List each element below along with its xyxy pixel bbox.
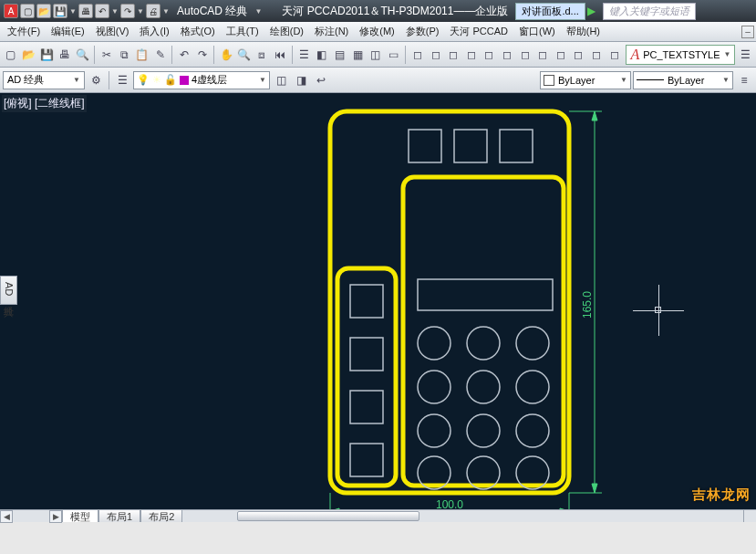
quickcalc-icon[interactable]: ▭ [386, 46, 402, 64]
new-icon[interactable]: ▢ [3, 46, 19, 64]
tab-layout1[interactable]: 布局1 [98, 509, 140, 522]
doc-tab-nav-icon[interactable]: ▶ [587, 5, 595, 17]
workspace-dropdown-icon[interactable]: ▼ [254, 7, 262, 16]
qat-redo-icon[interactable]: ↷ [120, 4, 135, 18]
text-style-icon: A [630, 47, 639, 63]
markup-icon[interactable]: ◫ [368, 46, 384, 64]
open-icon[interactable]: 📂 [21, 46, 37, 64]
side-workspace-tab[interactable]: AD 经典 [0, 276, 17, 305]
menu-dim[interactable]: 标注(N) [309, 23, 354, 40]
standard-toolbar: ▢ 📂 💾 🖶 🔍 ✂ ⧉ 📋 ✎ ↶ ↷ ✋ 🔍 ⧈ ⏮ ☰ ◧ ▤ ▦ ◫ … [0, 42, 756, 68]
menu-view[interactable]: 视图(V) [90, 23, 135, 40]
layer-color-swatch [180, 76, 189, 85]
copy-icon[interactable]: ⧉ [117, 46, 133, 64]
tbtn-23[interactable]: ◻ [517, 46, 533, 64]
tbtn-27[interactable]: ◻ [588, 46, 605, 64]
plot-icon[interactable]: 🖶 [57, 46, 73, 64]
qat-open-icon[interactable]: 📂 [36, 4, 51, 18]
tool-palette-icon[interactable]: ▤ [332, 46, 348, 64]
scroll-right-icon[interactable]: ▶ [49, 510, 62, 523]
menu-insert[interactable]: 插入(I) [134, 23, 174, 40]
tbtn-19[interactable]: ◻ [445, 46, 461, 64]
qat-new-icon[interactable]: ▢ [20, 4, 35, 18]
drawing-area[interactable]: [俯视] [二维线框] AD 经典 [0, 93, 756, 522]
tbtn-24[interactable]: ◻ [534, 46, 551, 64]
tab-layout2[interactable]: 布局2 [140, 509, 182, 522]
tbtn-28[interactable]: ◻ [606, 46, 623, 64]
cad-canvas[interactable]: 100.0 165.0 [0, 93, 756, 522]
scroll-left-icon[interactable]: ◀ [0, 510, 13, 523]
svg-point-17 [467, 414, 500, 447]
sheet-set-icon[interactable]: ▦ [349, 46, 366, 64]
svg-rect-4 [454, 130, 487, 162]
menu-modify[interactable]: 修改(M) [354, 23, 400, 40]
menu-format[interactable]: 格式(O) [175, 23, 221, 40]
qat-more-dropdown[interactable]: ▼ [162, 7, 170, 16]
document-tab[interactable]: 对讲面板.d... [515, 3, 585, 20]
zoom-rt-icon[interactable]: 🔍 [236, 46, 253, 64]
props-icon[interactable]: ☰ [296, 46, 313, 64]
tbtn-20[interactable]: ◻ [463, 46, 480, 64]
separator [94, 46, 95, 64]
app-icon: A [4, 4, 18, 18]
save-icon[interactable]: 💾 [38, 46, 55, 64]
workspace-current: AD 经典 [7, 73, 73, 87]
layer-prev-icon[interactable]: ↩ [312, 71, 330, 89]
layer-states-icon[interactable]: ◫ [272, 71, 290, 89]
lineweight-icon[interactable]: ≡ [735, 71, 753, 89]
text-style-manage-icon[interactable]: ☰ [737, 46, 753, 64]
menu-collapse-icon[interactable]: – [741, 26, 754, 38]
tbtn-26[interactable]: ◻ [571, 46, 587, 64]
layer-props-icon[interactable]: ☰ [113, 71, 131, 89]
zoom-win-icon[interactable]: ⧈ [254, 46, 271, 64]
match-icon[interactable]: ✎ [152, 46, 169, 64]
menu-draw[interactable]: 绘图(D) [264, 23, 309, 40]
layer-iso-icon[interactable]: ◨ [292, 71, 310, 89]
tbtn-18[interactable]: ◻ [428, 46, 444, 64]
qat-save-dropdown[interactable]: ▼ [69, 7, 77, 16]
menu-window[interactable]: 窗口(W) [513, 23, 561, 40]
menu-tools[interactable]: 工具(T) [221, 23, 264, 40]
menu-help[interactable]: 帮助(H) [561, 23, 606, 40]
qat-save-icon[interactable]: 💾 [53, 4, 67, 18]
text-style-control[interactable]: A PC_TEXTSTYLE ▼ [626, 45, 735, 65]
qat-print-icon[interactable]: 🖨 [146, 4, 161, 18]
workspace-settings-icon[interactable]: ⚙ [87, 71, 105, 89]
menu-file[interactable]: 文件(F) [2, 23, 46, 40]
cut-icon[interactable]: ✂ [98, 46, 115, 64]
paste-icon[interactable]: 📋 [134, 46, 150, 64]
tbtn-21[interactable]: ◻ [482, 46, 498, 64]
qat-redo-dropdown[interactable]: ▼ [137, 7, 144, 16]
design-center-icon[interactable]: ◧ [314, 46, 330, 64]
redo-icon[interactable]: ↷ [194, 46, 211, 64]
tbtn-22[interactable]: ◻ [499, 46, 515, 64]
workspace-title: AutoCAD 经典 [177, 4, 247, 19]
qat-plot-icon[interactable]: 🖶 [78, 4, 93, 18]
svg-rect-6 [350, 285, 383, 318]
linetype-control[interactable]: ByLayer ▼ [633, 71, 733, 89]
scroll-thumb[interactable] [237, 511, 419, 521]
workspace-dropdown[interactable]: AD 经典 ▼ [3, 71, 85, 89]
zoom-prev-icon[interactable]: ⏮ [272, 46, 288, 64]
menu-pccad[interactable]: 天河 PCCAD [444, 23, 513, 40]
tbtn-25[interactable]: ◻ [553, 46, 569, 64]
layer-dropdown[interactable]: 💡 ☀ 🔓 4虚线层 ▼ [133, 71, 270, 89]
undo-icon[interactable]: ↶ [176, 46, 192, 64]
scroll-corner [743, 509, 756, 522]
tab-model[interactable]: 模型 [62, 509, 98, 522]
menu-edit[interactable]: 编辑(E) [46, 23, 90, 40]
menu-param[interactable]: 参数(P) [400, 23, 445, 40]
qat-undo-dropdown[interactable]: ▼ [111, 7, 119, 16]
viewport-label[interactable]: [俯视] [二维线框] [2, 95, 87, 112]
svg-rect-7 [350, 338, 383, 371]
svg-marker-30 [592, 111, 597, 120]
layer-name: 4虚线层 [192, 73, 227, 87]
preview-icon[interactable]: 🔍 [74, 46, 90, 64]
color-control[interactable]: ByLayer ▼ [540, 71, 631, 89]
pan-icon[interactable]: ✋ [218, 46, 234, 64]
help-search-input[interactable]: 键入关键字或短语 [603, 3, 696, 20]
linetype-value: ByLayer [668, 75, 704, 86]
qat-undo-icon[interactable]: ↶ [95, 4, 109, 18]
tbtn-17[interactable]: ◻ [409, 46, 426, 64]
separator [213, 46, 214, 64]
